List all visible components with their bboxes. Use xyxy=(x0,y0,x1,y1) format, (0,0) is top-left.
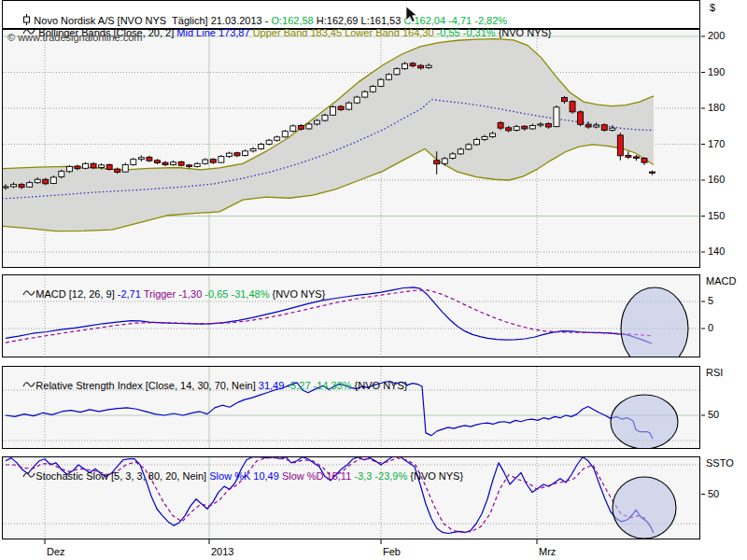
candle xyxy=(522,126,528,129)
header-segment: {NVO NYS} xyxy=(499,27,552,38)
candle xyxy=(162,162,168,164)
candle xyxy=(203,160,208,163)
candle xyxy=(83,163,89,168)
wave-icon xyxy=(6,369,35,402)
header-segment: -0,65 -31,48% xyxy=(204,288,272,300)
candle xyxy=(138,158,144,160)
candle xyxy=(538,124,543,125)
highlight-circle xyxy=(611,395,678,449)
candle xyxy=(314,120,319,124)
candle xyxy=(601,125,607,131)
candle xyxy=(545,124,551,127)
header-segment: 31,49 xyxy=(259,380,288,391)
candle xyxy=(234,153,240,156)
candle xyxy=(650,172,655,173)
candle xyxy=(290,126,296,132)
rsi-header-text: Relative Strength Index [Close, 14, 30, … xyxy=(35,380,407,391)
macd-header[interactable]: MACD [12, 26, 9] -2,71 Trigger -1,30 -0,… xyxy=(6,277,325,311)
candle xyxy=(35,179,40,182)
header-segment: -5,27 -14,33% xyxy=(287,380,354,391)
candle xyxy=(410,63,416,66)
candle xyxy=(633,157,639,159)
candle xyxy=(171,162,176,165)
candle xyxy=(243,151,248,156)
candle xyxy=(617,135,623,156)
candle xyxy=(362,91,368,97)
candle xyxy=(3,187,8,188)
candle xyxy=(131,160,136,165)
candle xyxy=(50,177,56,184)
chart-application-window: $200190180170160150140MACD50RSI50SSTO50D… xyxy=(0,0,747,560)
candle xyxy=(529,125,535,128)
mouse-cursor-icon xyxy=(405,6,418,27)
wave-icon xyxy=(6,277,35,311)
candle xyxy=(626,155,631,157)
header-segment: {NVO NYS} xyxy=(273,288,326,300)
header-segment: Upper Band 183,45 Lower Band 164,30 xyxy=(253,27,437,38)
candle xyxy=(75,166,80,169)
candle xyxy=(562,97,568,101)
candle xyxy=(43,179,49,184)
candle xyxy=(59,171,64,176)
stochastic-header-text: Stochastic Slow [5, 3, 3, 80, 20, Nein] … xyxy=(35,470,463,482)
highlight-circle xyxy=(613,477,676,539)
candle xyxy=(570,102,575,112)
candle xyxy=(322,115,328,120)
candle xyxy=(282,132,288,137)
candle xyxy=(418,65,424,68)
candle xyxy=(298,125,303,129)
candle xyxy=(99,165,105,168)
wave-icon xyxy=(6,459,35,493)
candle xyxy=(378,79,384,86)
candle xyxy=(458,149,463,154)
candle xyxy=(66,166,72,171)
candle xyxy=(482,136,487,139)
candle xyxy=(106,164,112,169)
candle xyxy=(402,63,408,68)
header-segment: MACD [12, 26, 9] xyxy=(35,288,117,300)
header-segment: Relative Strength Index [Close, 14, 30, … xyxy=(35,380,258,391)
candle xyxy=(434,161,440,164)
header-segment: -3,3 -23,9% xyxy=(354,470,410,482)
candle xyxy=(370,87,375,92)
candle xyxy=(187,165,192,167)
header-segment: Mid Line 173,87 xyxy=(176,27,252,38)
header-segment: Trigger -1,30 xyxy=(144,288,205,300)
stochastic-header[interactable]: Stochastic Slow [5, 3, 3, 80, 20, Nein] … xyxy=(6,459,463,493)
candle xyxy=(226,153,232,156)
candle xyxy=(450,154,456,159)
candle xyxy=(331,106,336,115)
header-segment: {NVO NYS} xyxy=(410,470,463,482)
candle xyxy=(178,161,184,165)
header-segment: Slow %K 10,49 xyxy=(209,470,282,482)
candle xyxy=(514,127,519,131)
candle xyxy=(147,157,152,161)
candle xyxy=(250,149,256,151)
candle xyxy=(554,107,559,127)
header-segment: Slow %D 15,11 xyxy=(282,470,354,482)
candle xyxy=(194,163,200,166)
candle xyxy=(506,128,512,131)
candle xyxy=(154,161,160,163)
header-segment: {NVO NYS} xyxy=(355,380,408,391)
candle xyxy=(641,159,647,163)
header-segment: -2,71 xyxy=(118,288,144,300)
candle xyxy=(346,103,352,109)
candle xyxy=(578,112,584,124)
header-segment: Stochastic Slow [5, 3, 3, 80, 20, Nein] xyxy=(35,470,209,482)
candle xyxy=(259,145,264,149)
candle xyxy=(354,97,359,103)
candle xyxy=(210,160,216,162)
candle xyxy=(610,128,615,130)
rsi-header[interactable]: Relative Strength Index [Close, 14, 30, … xyxy=(6,369,407,402)
candle xyxy=(115,169,120,172)
candle xyxy=(394,69,400,75)
candle xyxy=(19,185,24,188)
candle xyxy=(306,124,312,129)
candle xyxy=(338,106,344,109)
watermark: © www.tradesignalonline.com xyxy=(7,32,142,43)
candle xyxy=(266,140,272,144)
candle xyxy=(466,145,472,149)
candle xyxy=(498,122,503,128)
header-segment: -0,55 -0,31% xyxy=(437,27,499,38)
